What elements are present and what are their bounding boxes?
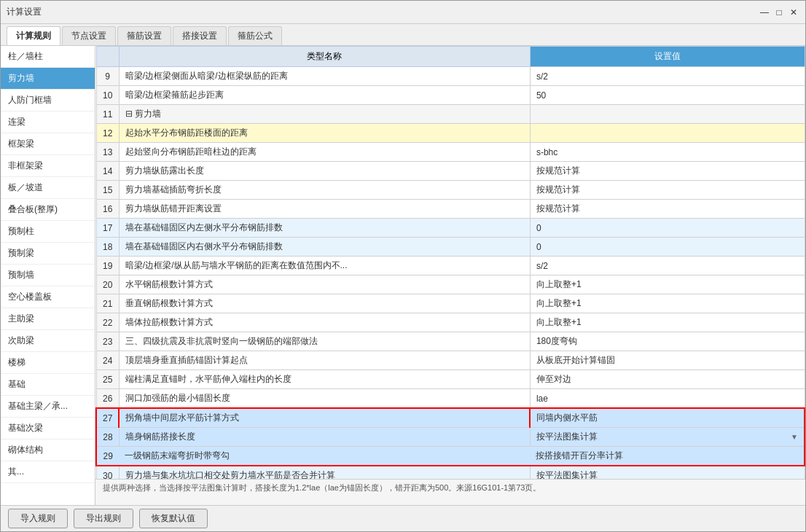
sidebar-item-precast-wall[interactable]: 预制墙 xyxy=(1,265,95,286)
row-number: 13 xyxy=(96,143,119,162)
row-value: 按搭接错开百分率计算 xyxy=(530,447,805,466)
row-type-name: 暗梁/边框梁箍筋起步距离 xyxy=(119,86,530,105)
tab-stirrup-formula[interactable]: 箍筋公式 xyxy=(228,26,282,45)
sidebar: 柱／墙柱 剪力墙 人防门框墙 连梁 框架梁 非框架梁 板／坡道 叠合板(整厚) … xyxy=(1,46,95,505)
sidebar-item-hollow-slab[interactable]: 空心楼盖板 xyxy=(1,286,95,308)
content-area: 柱／墙柱 剪力墙 人防门框墙 连梁 框架梁 非框架梁 板／坡道 叠合板(整厚) … xyxy=(1,46,805,505)
table-row[interactable]: 22墙体拉筋根数计算方式向上取整+1 xyxy=(96,313,805,332)
header-number xyxy=(96,47,119,67)
sidebar-item-frame-beam[interactable]: 框架梁 xyxy=(1,133,95,155)
tab-splice-settings[interactable]: 搭接设置 xyxy=(173,26,227,45)
restore-defaults-button[interactable]: 恢复默认值 xyxy=(139,509,208,528)
table-row[interactable]: 16剪力墙纵筋错开距离设置按规范计算 xyxy=(96,200,805,219)
row-number: 27 xyxy=(96,408,119,428)
row-number: 19 xyxy=(96,257,119,275)
row-number: 11 xyxy=(96,105,119,124)
table-row[interactable]: 28墙身钢筋搭接长度按平法图集计算▼ xyxy=(96,428,805,447)
row-number: 26 xyxy=(96,389,119,409)
table-row[interactable]: 11⊟ 剪力墙 xyxy=(96,105,805,124)
row-number: 25 xyxy=(96,370,119,389)
row-value: 按平法图集计算 xyxy=(530,466,805,479)
row-value: 向上取整+1 xyxy=(530,294,805,313)
row-type-name: 剪力墙与集水坑坑口相交处剪力墙水平筋是否合并计算 xyxy=(119,466,530,479)
header-type-name: 类型名称 xyxy=(119,47,530,67)
table-row[interactable]: 30剪力墙与集水坑坑口相交处剪力墙水平筋是否合并计算按平法图集计算 xyxy=(96,466,805,479)
row-number: 24 xyxy=(96,351,119,370)
main-window: 计算设置 — □ ✕ 计算规则 节点设置 箍筋设置 搭接设置 箍筋公式 柱／墙柱… xyxy=(0,0,806,532)
row-value: 按规范计算 xyxy=(530,162,805,181)
export-rules-button[interactable]: 导出规则 xyxy=(74,509,133,528)
sidebar-item-stair[interactable]: 楼梯 xyxy=(1,352,95,374)
table-row[interactable]: 21垂直钢筋根数计算方式向上取整+1 xyxy=(96,294,805,313)
row-value xyxy=(530,105,805,124)
row-type-name: 墙在基础锚固区内左侧水平分布钢筋排数 xyxy=(119,219,530,238)
row-type-name: 一级钢筋末端弯折时带弯勾 xyxy=(119,447,530,466)
sidebar-item-column[interactable]: 柱／墙柱 xyxy=(1,46,95,68)
row-number: 22 xyxy=(96,313,119,332)
row-value: 同墙内侧水平筋 xyxy=(530,408,805,428)
row-value: 伸至对边 xyxy=(530,370,805,389)
row-value: s-bhc xyxy=(530,143,805,162)
sidebar-item-non-frame-beam[interactable]: 非框架梁 xyxy=(1,155,95,177)
row-type-name: 起始水平分布钢筋距楼面的距离 xyxy=(119,124,530,143)
sidebar-item-foundation[interactable]: 基础 xyxy=(1,374,95,396)
table-row[interactable]: 14剪力墙纵筋露出长度按规范计算 xyxy=(96,162,805,181)
row-value: lae xyxy=(530,389,805,409)
sidebar-item-precast-column[interactable]: 预制柱 xyxy=(1,221,95,243)
sidebar-item-coupling-beam[interactable]: 连梁 xyxy=(1,112,95,133)
sidebar-item-shear-wall[interactable]: 剪力墙 xyxy=(1,68,95,90)
table-row[interactable]: 9暗梁/边框梁侧面从暗梁/边框梁纵筋的距离s/2 xyxy=(96,67,805,86)
row-type-name: 剪力墙基础插筋弯折长度 xyxy=(119,181,530,200)
import-rules-button[interactable]: 导入规则 xyxy=(8,509,68,528)
minimize-button[interactable]: — xyxy=(759,7,770,18)
table-row[interactable]: 13起始竖向分布钢筋距暗柱边的距离s-bhc xyxy=(96,143,805,162)
bottom-note: 提供两种选择，当选择按平法图集计算时，搭接长度为1.2*lae（lae为锚固长度… xyxy=(95,479,805,505)
tab-calculation-rules[interactable]: 计算规则 xyxy=(7,26,60,45)
row-number: 20 xyxy=(96,275,119,294)
title-bar: 计算设置 — □ ✕ xyxy=(1,1,805,24)
table-row[interactable]: 29一级钢筋末端弯折时带弯勾按搭接错开百分率计算 xyxy=(96,447,805,466)
table-row[interactable]: 23三、四级抗震及非抗震时竖向一级钢筋的端部做法180度弯钩 xyxy=(96,332,805,351)
table-container[interactable]: 类型名称 设置值 9暗梁/边框梁侧面从暗梁/边框梁纵筋的距离s/210暗梁/边框… xyxy=(95,46,805,479)
row-number: 17 xyxy=(96,219,119,238)
row-value: 按规范计算 xyxy=(530,200,805,219)
sidebar-item-composite-slab[interactable]: 叠合板(整厚) xyxy=(1,199,95,221)
tab-stirrup-settings[interactable]: 箍筋设置 xyxy=(117,26,171,45)
sidebar-item-civil-defense[interactable]: 人防门框墙 xyxy=(1,90,95,112)
table-row[interactable]: 27拐角墙中间层水平筋计算方式同墙内侧水平筋 xyxy=(96,408,805,428)
close-button[interactable]: ✕ xyxy=(788,7,799,18)
sidebar-item-slab[interactable]: 板／坡道 xyxy=(1,177,95,199)
table-row[interactable]: 17墙在基础锚固区内左侧水平分布钢筋排数0 xyxy=(96,219,805,238)
maximize-button[interactable]: □ xyxy=(773,7,785,18)
row-value: 按规范计算 xyxy=(530,181,805,200)
table-row[interactable]: 18墙在基础锚固区内右侧水平分布钢筋排数0 xyxy=(96,238,805,257)
table-row[interactable]: 10暗梁/边框梁箍筋起步距离50 xyxy=(96,86,805,105)
row-type-name: 起始竖向分布钢筋距暗柱边的距离 xyxy=(119,143,530,162)
settings-table: 类型名称 设置值 9暗梁/边框梁侧面从暗梁/边框梁纵筋的距离s/210暗梁/边框… xyxy=(95,46,805,479)
table-row[interactable]: 24顶层墙身垂直插筋锚固计算起点从板底开始计算锚固 xyxy=(96,351,805,370)
sidebar-item-secondary-rib[interactable]: 次助梁 xyxy=(1,330,95,352)
sidebar-item-foundation-secondary-beam[interactable]: 基础次梁 xyxy=(1,418,95,439)
sidebar-item-other[interactable]: 其... xyxy=(1,461,95,483)
row-type-name: 拐角墙中间层水平筋计算方式 xyxy=(119,408,530,428)
row-type-name: 顶层墙身垂直插筋锚固计算起点 xyxy=(119,351,530,370)
sidebar-item-main-rib[interactable]: 主助梁 xyxy=(1,308,95,330)
row-type-name: 墙体拉筋根数计算方式 xyxy=(119,313,530,332)
tab-node-settings[interactable]: 节点设置 xyxy=(62,26,116,45)
sidebar-item-foundation-main-beam[interactable]: 基础主梁／承... xyxy=(1,396,95,418)
tab-bar: 计算规则 节点设置 箍筋设置 搭接设置 箍筋公式 xyxy=(1,24,805,46)
row-value[interactable]: 按平法图集计算▼ xyxy=(530,428,805,447)
row-type-name: 剪力墙纵筋错开距离设置 xyxy=(119,200,530,219)
sidebar-item-masonry[interactable]: 砌体结构 xyxy=(1,439,95,461)
table-row[interactable]: 19暗梁/边框梁/纵从筋与墙水平钢筋的距离在数值范围内不...s/2 xyxy=(96,257,805,275)
row-number: 18 xyxy=(96,238,119,257)
table-row[interactable]: 20水平钢筋根数计算方式向上取整+1 xyxy=(96,275,805,294)
row-number: 9 xyxy=(96,67,119,86)
row-number: 10 xyxy=(96,86,119,105)
table-row[interactable]: 12起始水平分布钢筋距楼面的距离 xyxy=(96,124,805,143)
table-row[interactable]: 15剪力墙基础插筋弯折长度按规范计算 xyxy=(96,181,805,200)
sidebar-item-precast-beam[interactable]: 预制梁 xyxy=(1,243,95,265)
table-row[interactable]: 25端柱满足直锚时，水平筋伸入端柱内的长度伸至对边 xyxy=(96,370,805,389)
table-row[interactable]: 26洞口加强筋的最小锚固长度lae xyxy=(96,389,805,409)
row-type-name: 垂直钢筋根数计算方式 xyxy=(119,294,530,313)
